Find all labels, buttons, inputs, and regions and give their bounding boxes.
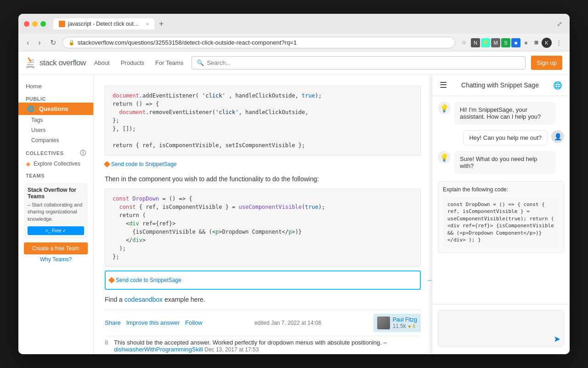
ext-icon-1[interactable]: N — [471, 38, 480, 47]
collectives-section-label: COLLECTIVES ⓘ — [18, 145, 93, 158]
create-team-button[interactable]: Create a free Team — [24, 242, 88, 254]
comment-user-1[interactable]: dishwasherWithProgrammingSkill — [114, 346, 203, 353]
browser-window: javascript - Detect click outsid... × + … — [18, 14, 570, 354]
so-sidebar: Home PUBLIC 🌐 Questions Tags Users Compa… — [18, 75, 94, 354]
sidebar-item-users[interactable]: Users — [18, 125, 93, 135]
find-text: Find a — [105, 296, 124, 303]
back-button[interactable]: ‹ — [24, 38, 32, 48]
ext-icon-2[interactable]: ⚡ — [481, 38, 490, 47]
ss-input-area: ➤ — [432, 304, 570, 354]
why-teams-link[interactable]: Why Teams? — [24, 256, 88, 263]
close-window-button[interactable] — [24, 21, 29, 27]
signup-button[interactable]: Sign up — [531, 56, 562, 70]
ext-icon-7[interactable]: ⊞ — [531, 38, 541, 47]
send-code-btn-1[interactable]: Send code to SnippetSage — [105, 161, 177, 167]
ss-globe-icon[interactable]: 🌐 — [553, 81, 562, 90]
svg-rect-0 — [27, 64, 34, 65]
address-bar: ‹ › ↻ 🔒 stackoverflow.com/questions/3255… — [18, 34, 570, 52]
ss-header: ☰ Chatting with Snippet Sage 🌐 — [432, 75, 570, 96]
teams-promo-text: – Start collaborating and sharing organi… — [28, 201, 84, 223]
teams-section-label: TEAMS — [18, 169, 93, 179]
ext-icon-3[interactable]: M — [491, 38, 500, 47]
content-text-2: Find a codesandbox example here. — [105, 294, 421, 305]
forward-button[interactable]: › — [35, 38, 43, 48]
comment-score-1: 8 — [105, 339, 110, 346]
users-label: Users — [31, 127, 45, 133]
user-card: Paul Fitzg 11.5k ● 4 — [373, 314, 421, 332]
reload-button[interactable]: ↻ — [47, 37, 59, 48]
url-bar[interactable]: 🔒 stackoverflow.com/questions/32553158/d… — [62, 37, 455, 48]
code-text-2: const DropDown = () => { const { ref, is… — [113, 195, 413, 261]
example-text: example here. — [164, 296, 205, 303]
minimize-window-button[interactable] — [32, 21, 38, 27]
explore-collectives-label: Explore Collectives — [34, 161, 80, 167]
active-tab[interactable]: javascript - Detect click outsid... × — [53, 18, 154, 29]
title-bar: javascript - Detect click outsid... × + … — [18, 14, 570, 34]
tab-bar: javascript - Detect click outsid... × + — [53, 18, 551, 29]
main-content: Home PUBLIC 🌐 Questions Tags Users Compa… — [18, 75, 570, 354]
ss-input-field[interactable] — [438, 310, 564, 347]
sidebar-item-questions[interactable]: 🌐 Questions — [18, 103, 93, 115]
tab-favicon — [59, 21, 65, 27]
search-icon: 🔍 — [197, 59, 204, 66]
terminal-icon: >_ Free ✓ — [28, 226, 84, 235]
code-text-1: document.addEventListener( 'click' , han… — [113, 92, 413, 150]
url-text: stackoverflow.com/questions/32553158/det… — [78, 39, 297, 46]
ext-icon-5[interactable]: ■ — [511, 38, 520, 47]
teams-promo-title: Stack Overflow for Teams — [28, 187, 84, 200]
user-info: Paul Fitzg 11.5k ● 4 — [393, 316, 417, 329]
tab-close-icon[interactable]: × — [146, 22, 149, 27]
sidebar-item-explore-collectives[interactable]: ◈ Explore Collectives — [18, 158, 93, 169]
home-label: Home — [26, 83, 42, 90]
highlight-code-box: Send code to SnippetSage — [105, 270, 421, 290]
edited-text: edited Jan 7, 2022 at 14:06 — [254, 320, 321, 326]
maximize-window-button[interactable] — [40, 21, 46, 27]
sidebar-item-home[interactable]: Home — [18, 80, 93, 92]
ext-icon-6[interactable]: ≡ — [521, 38, 531, 47]
ss-code-prompt: Explain the following code: — [443, 186, 559, 193]
follow-link[interactable]: Follow — [185, 319, 203, 326]
snippet-sage-panel: ☰ Chatting with Snippet Sage 🌐 💡 Hi! I'm… — [432, 75, 570, 354]
bookmark-icon[interactable]: ☆ — [459, 38, 469, 48]
ss-title: Chatting with Snippet Sage — [451, 81, 549, 89]
codesandbox-link[interactable]: codesandbox — [124, 296, 163, 303]
comment-text-1: This should be the accepted answer. Work… — [114, 339, 421, 353]
lock-icon: 🔒 — [68, 40, 75, 46]
send-code-label-1: Send code to SnippetSage — [111, 161, 177, 167]
ss-code-explanation-box: Explain the following code: const DropDo… — [438, 181, 564, 253]
tags-label: Tags — [31, 117, 43, 123]
comment-row-1: 8 This should be the accepted answer. Wo… — [105, 336, 421, 354]
share-link[interactable]: Share — [105, 319, 121, 326]
nav-for-teams[interactable]: For Teams — [153, 58, 186, 68]
comments-section: 8 This should be the accepted answer. Wo… — [105, 336, 421, 354]
send-code-btn-2[interactable]: Send code to SnippetSage — [109, 277, 181, 283]
nav-products[interactable]: Products — [118, 58, 147, 68]
menu-icon[interactable]: ⋮ — [554, 38, 564, 48]
window-expand-button[interactable]: ⤢ — [555, 19, 564, 29]
user-name[interactable]: Paul Fitzg — [393, 316, 417, 323]
nav-about[interactable]: About — [91, 58, 113, 68]
code-block-2: const DropDown = () => { const { ref, is… — [105, 189, 421, 267]
profile-icon[interactable]: K — [542, 38, 552, 48]
ss-bot-avatar-1: 💡 — [438, 102, 451, 115]
ss-bot-message-2: 💡 Sure! What do you need help with? — [438, 151, 564, 174]
sidebar-item-tags[interactable]: Tags — [18, 115, 93, 125]
so-logo[interactable]: stack overflow — [26, 58, 86, 69]
code-block-1: document.addEventListener( 'click' , han… — [105, 86, 421, 155]
badge-gold: ● 4 — [408, 323, 415, 329]
diamond-icon-2 — [108, 277, 115, 283]
ss-menu-icon[interactable]: ☰ — [440, 80, 447, 90]
svg-rect-6 — [26, 67, 35, 68]
sidebar-item-companies[interactable]: Companies — [18, 135, 93, 145]
traffic-lights — [24, 21, 46, 27]
ss-user-avatar: 👤 — [551, 130, 564, 143]
search-input[interactable] — [207, 59, 520, 66]
ss-user-bubble-1: Hey! Can you help me out? — [463, 130, 548, 145]
ss-send-button[interactable]: ➤ — [554, 334, 560, 344]
comment-time-1: Dec 13, 2017 at 17:53 — [204, 346, 259, 353]
search-bar[interactable]: 🔍 — [192, 56, 526, 69]
new-tab-button[interactable]: + — [157, 19, 166, 29]
diamond-icon-1 — [104, 161, 110, 167]
ext-icon-4[interactable]: S — [501, 38, 510, 47]
improve-link[interactable]: Improve this answer — [126, 319, 180, 326]
